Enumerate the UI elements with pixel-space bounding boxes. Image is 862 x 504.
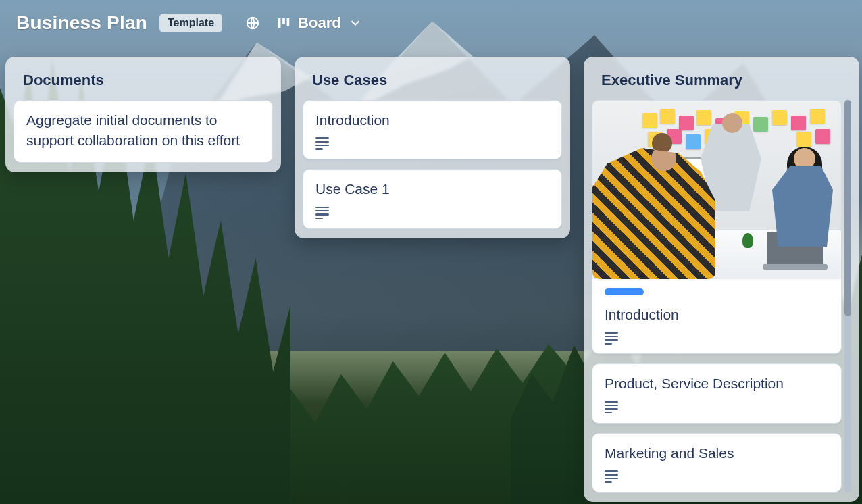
description-icon (605, 401, 618, 412)
list-title[interactable]: Executive Summary (592, 66, 851, 91)
view-switcher[interactable]: Board (276, 14, 363, 32)
view-label: Board (298, 14, 341, 32)
board-card[interactable]: Use Case 1 (303, 169, 562, 228)
board-card[interactable]: Marketing and Sales (592, 433, 842, 493)
board-title[interactable]: Business Plan (16, 12, 147, 34)
description-icon (605, 332, 618, 343)
board-card[interactable]: Introduction (303, 100, 562, 159)
visibility-button[interactable] (245, 16, 260, 30)
board-card[interactable]: Aggregate initial documents to support c… (14, 100, 273, 163)
card-title: Use Case 1 (315, 179, 549, 199)
board-card[interactable]: Product, Service Description (592, 363, 842, 423)
card-title: Aggregate initial documents to support c… (26, 110, 260, 151)
board-lists: Documents Aggregate initial docu (0, 46, 862, 504)
list-title[interactable]: Use Cases (303, 66, 562, 91)
card-label[interactable] (605, 288, 644, 295)
list-scrollbar[interactable] (844, 100, 851, 493)
description-icon (315, 207, 329, 218)
board-card[interactable]: Introduction (592, 100, 842, 354)
board-header: Business Plan Template Board (0, 0, 862, 46)
svg-rect-2 (282, 18, 285, 24)
list-title[interactable]: Documents (14, 66, 273, 91)
board-list[interactable]: Documents Aggregate initial docu (5, 57, 281, 172)
globe-icon (245, 16, 260, 30)
card-title: Introduction (605, 305, 829, 325)
card-title: Marketing and Sales (605, 443, 829, 463)
svg-rect-3 (287, 18, 290, 26)
board-icon (276, 16, 291, 30)
description-icon (315, 137, 329, 148)
card-title: Product, Service Description (605, 374, 829, 394)
description-icon (605, 470, 618, 481)
card-title: Introduction (315, 110, 549, 130)
chevron-down-icon (348, 16, 363, 30)
board-list[interactable]: Use Cases Introduction (295, 57, 570, 238)
card-cover-image (592, 101, 841, 279)
board-list[interactable]: Executive Summary Introduction (584, 57, 859, 502)
svg-rect-1 (278, 18, 281, 28)
template-chip[interactable]: Template (159, 14, 222, 32)
